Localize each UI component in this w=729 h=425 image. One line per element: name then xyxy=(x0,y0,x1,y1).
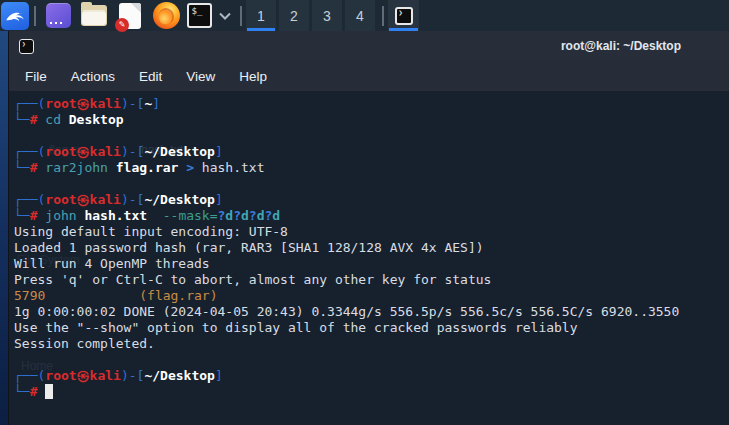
terminal-text-segment xyxy=(61,112,69,127)
taskbar-separator xyxy=(240,6,242,26)
terminal-line: └─# xyxy=(14,384,729,400)
terminal-text-segment: ] xyxy=(215,192,223,207)
show-desktop-button[interactable] xyxy=(40,0,76,31)
terminal-text-segment: ] xyxy=(215,144,223,159)
terminal-text-segment: > xyxy=(186,160,194,175)
menu-item-actions[interactable]: Actions xyxy=(67,67,119,86)
terminal-line: Session completed. xyxy=(14,336,729,352)
task-item-terminal[interactable]: ❯ xyxy=(388,0,419,31)
terminal-text-segment: Will run 4 OpenMP threads xyxy=(14,256,210,271)
terminal-line: 1g 0:00:00:02 DONE (2024-04-05 20:43) 0.… xyxy=(14,304,729,320)
workspace-button-1[interactable]: 1 xyxy=(246,0,276,31)
terminal-text-segment: ~/Desktop xyxy=(144,192,214,207)
terminal-text-segment: )-[ xyxy=(121,96,144,111)
terminal-text-segment: Use the "--show" option to display all o… xyxy=(14,320,578,335)
terminal-line: Will run 4 OpenMP threads xyxy=(14,256,729,272)
file-manager-button[interactable] xyxy=(76,0,112,31)
qterminal-window: ❯ root@kali: ~/Desktop FileActionsEditVi… xyxy=(8,31,729,425)
terminal-icon: $_ xyxy=(187,3,212,28)
taskbar-separator xyxy=(382,6,384,26)
workspace-switcher: 1234 xyxy=(246,0,378,31)
workspace-button-4[interactable]: 4 xyxy=(345,0,375,31)
terminal-line: ┌──(root㉿kali)-[~/Desktop] xyxy=(14,368,729,384)
terminal-text-segment: └─ xyxy=(14,160,30,175)
chevron-down-icon xyxy=(219,12,231,20)
taskbar-separator xyxy=(34,6,36,26)
terminal-line: Loaded 1 password hash (rar, RAR3 [SHA1 … xyxy=(14,240,729,256)
terminal-text-segment: ? xyxy=(249,208,257,223)
menu-bar: FileActionsEditViewHelp xyxy=(9,61,729,92)
document-icon: ✎ xyxy=(119,3,141,29)
terminal-text-segment: ┌──( xyxy=(14,144,45,159)
terminal-text-segment: john xyxy=(45,208,76,223)
terminal-line: └─# rar2john flag.rar > hash.txt xyxy=(14,160,729,176)
taskbar: ✎ $_ 1234 ❯ xyxy=(0,0,729,31)
terminal-text-segment: )-[ xyxy=(121,192,144,207)
terminal-text-segment: ] xyxy=(152,96,160,111)
terminal-text-segment: Loaded 1 password hash (rar, RAR3 [SHA1 … xyxy=(14,240,484,255)
terminal-text-segment: )-[ xyxy=(121,144,144,159)
terminal-line xyxy=(14,176,729,192)
terminal-text-segment: root㉿kali xyxy=(45,144,121,159)
terminal-text-segment: └─ xyxy=(14,384,30,399)
workspace-button-3[interactable]: 3 xyxy=(312,0,342,31)
menu-item-help[interactable]: Help xyxy=(235,67,271,86)
terminal-line xyxy=(14,128,729,144)
terminal-text-segment: root㉿kali xyxy=(45,368,121,383)
terminal-line: Press 'q' or Ctrl-C to abort, almost any… xyxy=(14,272,729,288)
terminal-text-segment: ] xyxy=(215,368,223,383)
window-titlebar[interactable]: ❯ root@kali: ~/Desktop xyxy=(9,31,729,61)
terminal-text-segment: ~/Desktop xyxy=(144,368,214,383)
terminal-text-segment: )-[ xyxy=(121,368,144,383)
terminal-text-segment: └─ xyxy=(14,112,30,127)
terminal-dropdown-button[interactable] xyxy=(214,0,236,31)
kali-menu-button[interactable] xyxy=(0,0,30,31)
terminal-text-segment xyxy=(37,384,45,399)
terminal-text-segment: d xyxy=(257,208,265,223)
text-editor-button[interactable]: ✎ xyxy=(112,0,148,31)
terminal-text-segment: 5790 (flag.rar) xyxy=(14,288,218,303)
kali-logo-icon xyxy=(1,2,29,30)
terminal-text-segment: Session completed. xyxy=(14,336,155,351)
terminal-text-segment: ~/Desktop xyxy=(144,144,214,159)
workspace-button-2[interactable]: 2 xyxy=(279,0,309,31)
terminal-text-segment: d xyxy=(225,208,233,223)
terminal-line: Using default input encoding: UTF-8 xyxy=(14,224,729,240)
terminal-line: └─# cd Desktop xyxy=(14,112,729,128)
terminal-line: ┌──(root㉿kali)-[~] xyxy=(14,96,729,112)
terminal-text-segment: d xyxy=(241,208,249,223)
firefox-button[interactable] xyxy=(148,0,184,31)
terminal-text-segment: rar2john xyxy=(45,160,108,175)
folder-icon xyxy=(81,5,107,26)
terminal-screen[interactable]: flag.rar hash.txt File System Home ┌──(r… xyxy=(9,92,729,425)
window-title: root@kali: ~/Desktop xyxy=(561,39,681,53)
terminal-cursor xyxy=(45,384,53,399)
terminal-icon: ❯ xyxy=(395,7,413,25)
active-workspace-indicator xyxy=(247,28,275,31)
firefox-icon xyxy=(153,2,180,29)
terminal-text-segment: Desktop xyxy=(69,112,124,127)
terminal-launcher-button[interactable]: $_ xyxy=(184,0,214,31)
terminal-text-segment xyxy=(108,160,116,175)
terminal-text-segment: 1g 0:00:00:02 DONE (2024-04-05 20:43) 0.… xyxy=(14,304,679,319)
menu-item-view[interactable]: View xyxy=(182,67,219,86)
terminal-text-segment: flag.rar xyxy=(116,160,179,175)
terminal-line: ┌──(root㉿kali)-[~/Desktop] xyxy=(14,192,729,208)
desktop-icon xyxy=(46,3,71,28)
terminal-line: 5790 (flag.rar) xyxy=(14,288,729,304)
terminal-text-segment: ┌──( xyxy=(14,96,45,111)
terminal-text-segment: hash.txt xyxy=(194,160,264,175)
terminal-text-segment: root㉿kali xyxy=(45,96,121,111)
terminal-line: ┌──(root㉿kali)-[~/Desktop] xyxy=(14,144,729,160)
terminal-text-segment: ┌──( xyxy=(14,368,45,383)
terminal-text-segment: cd xyxy=(45,112,61,127)
menu-item-file[interactable]: File xyxy=(21,67,51,86)
terminal-text-segment: └─ xyxy=(14,208,30,223)
terminal-icon: ❯ xyxy=(19,39,34,54)
menu-item-edit[interactable]: Edit xyxy=(135,67,166,86)
active-task-indicator xyxy=(389,28,418,31)
terminal-text-segment: d xyxy=(272,208,280,223)
terminal-line: └─# john hash.txt --mask=?d?d?d?d xyxy=(14,208,729,224)
terminal-text-segment: ? xyxy=(233,208,241,223)
terminal-text-segment: ┌──( xyxy=(14,192,45,207)
